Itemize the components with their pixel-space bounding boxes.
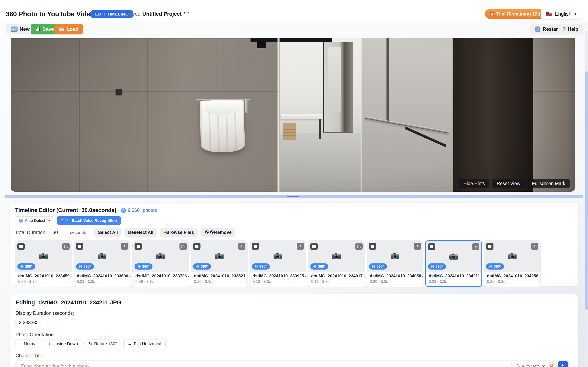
globe-icon — [79, 265, 82, 268]
thumbnail-time-range: 0:26 - 3.3s — [487, 279, 537, 284]
caret-down-icon: ▼ — [574, 12, 577, 16]
upload-icon[interactable] — [531, 243, 538, 250]
globe-icon — [138, 265, 141, 268]
badge-360: 360° — [369, 263, 387, 269]
hide-hints-button[interactable]: Hide Hints — [459, 179, 489, 188]
batch-voice-label: Batch Voice Recognition — [71, 218, 117, 223]
upload-icon[interactable] — [121, 243, 128, 250]
batch-voice-recognition-button[interactable]: Batch Voice Recognition — [57, 216, 121, 225]
total-duration-input[interactable] — [50, 228, 67, 237]
badge-360: 360° — [310, 263, 328, 269]
select-checkbox-icon[interactable] — [17, 243, 25, 250]
select-checkbox-icon[interactable] — [486, 243, 493, 250]
browse-files-button[interactable]: +Browse Files — [160, 228, 198, 237]
orientation-rotate-180-button[interactable]: ↻ Rotate 180° — [85, 339, 121, 348]
thumbnail-image-area: 360° — [308, 241, 365, 272]
camera-icon — [508, 252, 517, 261]
new-button[interactable]: NEW New — [6, 24, 34, 34]
thumbnail-image-area: 360° — [250, 241, 306, 272]
arrow-up-icon: ↑ — [20, 341, 22, 346]
photo-thumbnail[interactable]: 360° dstIMG_20241010_234017.JPG 0:16 - 3… — [308, 240, 365, 287]
globe-icon — [121, 208, 126, 213]
badge-360: 360° — [252, 263, 270, 269]
upload-icon[interactable] — [62, 243, 70, 250]
photo-thumbnail[interactable]: 360° dstIMG_20241010_233925.JPG 0:13 - 3… — [250, 240, 306, 287]
badge-360-label: 360° — [494, 264, 501, 269]
photo-thumbnail[interactable]: 360° dstIMG_20241010_233459.JPG 0:00 - 3… — [15, 240, 72, 287]
thumbnail-time-range: 0:13 - 3.3s — [252, 279, 303, 284]
svg-text:NEW: NEW — [12, 28, 17, 31]
horizontal-scrollbar-thumb[interactable] — [287, 196, 299, 197]
camera-icon — [97, 252, 107, 261]
select-checkbox-icon[interactable] — [193, 243, 200, 250]
vertical-scrollbar-thumb[interactable] — [585, 71, 588, 310]
select-checkbox-icon[interactable] — [369, 243, 376, 250]
photo-thumbnail-selected[interactable]: 360° dstIMG_20241010_234211.JPG 0:23 - 3… — [425, 240, 482, 287]
thumbnail-time-range: 0:06 - 3.3s — [135, 279, 186, 284]
badge-360: 360° — [135, 263, 153, 269]
voice-record-button[interactable] — [558, 361, 568, 367]
photo-thumbnail[interactable]: 360° dstIMG_20241010_233606.JPG 0:03 - 3… — [74, 240, 130, 287]
horizontal-scrollbar[interactable] — [5, 195, 583, 198]
badge-360-label: 360° — [201, 264, 208, 269]
globe-icon — [20, 265, 24, 268]
camera-icon — [449, 253, 458, 261]
globe-icon — [313, 265, 317, 268]
auto-detect-label: Auto Detect — [25, 218, 45, 223]
photo-orientation-label: Photo Orientation — [16, 332, 572, 337]
language-selector[interactable]: English ▼ — [541, 8, 582, 20]
select-checkbox-icon[interactable] — [76, 243, 83, 250]
editing-title: Editing: dstIMG_20241010_234211.JPG — [16, 299, 572, 306]
vertical-scrollbar[interactable] — [585, 31, 588, 367]
photo-thumbnail[interactable]: 360° dstIMG_20241010_233821.JPG 0:10 - 3… — [191, 240, 248, 287]
fullscreen-mark-button[interactable]: Fullscreen Mark — [527, 179, 570, 188]
auto-detect-dropdown[interactable]: Auto Detect — [15, 216, 54, 225]
upload-icon[interactable] — [180, 243, 187, 250]
alarm-clock-icon — [489, 11, 495, 17]
badge-360-label: 360° — [318, 264, 325, 269]
camera-icon — [215, 252, 224, 261]
thumbnail-image-area: 360° — [367, 241, 423, 272]
photo-thumbnail[interactable]: 360° dstIMG_20241010_234256.JPG 0:26 - 3… — [484, 240, 541, 287]
thumbnail-image-area: 360° — [484, 241, 540, 272]
photo-thumbnail[interactable]: 360° dstIMG_20241010_234058.JPG 0:20 - 3… — [367, 240, 424, 287]
select-checkbox-icon[interactable] — [310, 243, 318, 250]
chevron-down-icon — [47, 219, 51, 222]
globe-icon — [372, 265, 375, 268]
save-button[interactable]: Save — [31, 24, 58, 34]
chapter-language-dropdown[interactable]: Auto Dete — [515, 364, 545, 367]
badge-360: 360° — [486, 263, 504, 269]
thumbnail-filename: dstIMG_20241010_233821.JPG — [194, 273, 245, 278]
upload-icon[interactable] — [472, 243, 479, 250]
save-label: Save — [43, 26, 54, 32]
camera-icon — [156, 252, 165, 261]
orientation-label-text: Flip Horizontal — [134, 341, 161, 346]
chapter-title-input[interactable] — [16, 360, 511, 367]
select-all-button[interactable]: Select All — [94, 228, 121, 237]
lock-button[interactable] — [548, 362, 555, 367]
orientation-normal-button[interactable]: ↑ Normal — [16, 339, 42, 348]
orientation-flip-horizontal-button[interactable]: ↔ Flip Horizontal — [123, 339, 165, 348]
orientation-upside-down-button[interactable]: ↓ Upside Down — [44, 339, 82, 348]
remove-button[interactable]: ��Remove — [200, 228, 235, 237]
select-checkbox-icon[interactable] — [135, 243, 142, 250]
photo-360-viewer[interactable]: Hide Hints Reset View Fullscreen Mark — [11, 38, 575, 192]
deselect-all-button[interactable]: Deselect All — [124, 228, 157, 237]
photo-count-link[interactable]: 9 360° photos — [121, 208, 157, 213]
upload-icon[interactable] — [414, 243, 421, 250]
select-checkbox-icon[interactable] — [428, 243, 435, 250]
help-button[interactable]: ? Help — [558, 24, 583, 34]
microphone-icon — [561, 363, 565, 367]
thumbnail-image-area: 360° — [132, 241, 189, 272]
lock-icon — [549, 364, 554, 367]
new-label: New — [20, 26, 30, 32]
photo-thumbnail[interactable]: 360° dstIMG_20241010_233726.JPG 0:06 - 3… — [132, 240, 189, 287]
reset-view-button[interactable]: Reset View — [492, 179, 525, 188]
upload-icon[interactable] — [297, 243, 304, 250]
upload-icon[interactable] — [355, 243, 363, 250]
select-checkbox-icon[interactable] — [252, 243, 259, 250]
display-duration-input[interactable] — [16, 318, 40, 327]
globe-icon — [515, 364, 520, 367]
upload-icon[interactable] — [238, 243, 245, 250]
load-button[interactable]: Load — [54, 24, 83, 34]
